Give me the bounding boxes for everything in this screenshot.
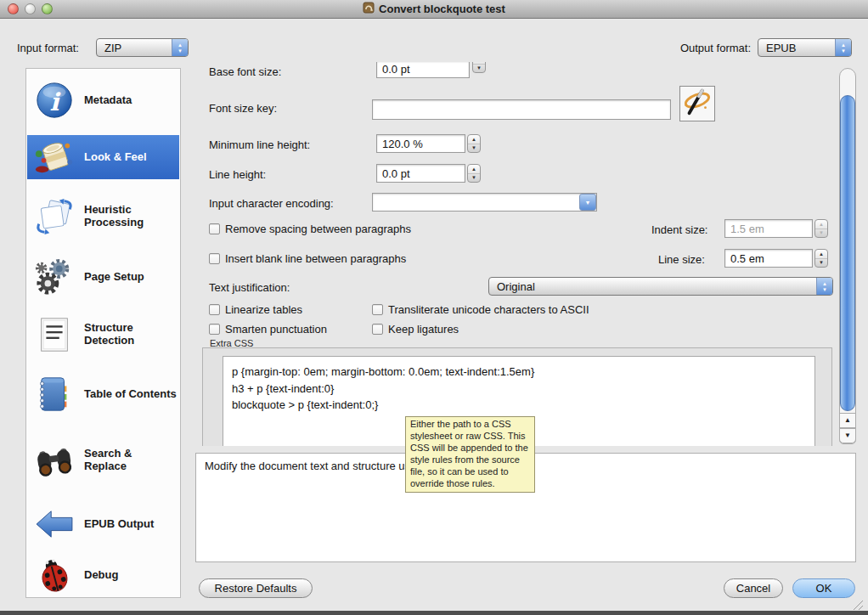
base-font-size-label: Base font size: bbox=[209, 65, 281, 78]
resize-grip-icon[interactable] bbox=[852, 599, 864, 614]
close-button[interactable] bbox=[8, 3, 19, 14]
linearize-tables-checkbox[interactable]: Linearize tables bbox=[209, 303, 302, 316]
sidebar-item-label: Page Setup bbox=[84, 271, 144, 284]
font-size-key-label: Font size key: bbox=[209, 102, 277, 115]
checkbox-icon bbox=[209, 223, 220, 234]
text-justification-value: Original bbox=[497, 280, 535, 293]
insert-blank-line-checkbox[interactable]: Insert blank line between paragraphs bbox=[209, 252, 406, 265]
minimum-line-height-label: Minimum line height: bbox=[209, 138, 310, 151]
sidebar-item-page-setup[interactable]: Page Setup bbox=[27, 251, 179, 303]
look-and-feel-panel: Base font size: ▲▼ Font size key: Minimu… bbox=[195, 62, 837, 446]
sidebar-item-label: EPUB Output bbox=[84, 518, 154, 531]
info-icon: i bbox=[31, 81, 77, 120]
smarten-punctuation-checkbox[interactable]: Smarten punctuation bbox=[209, 323, 327, 336]
indent-size-field bbox=[724, 219, 813, 238]
gears-icon bbox=[31, 257, 77, 296]
sidebar-item-structure-detection[interactable]: Structure Detection bbox=[27, 307, 179, 363]
popup-arrows-icon: ▲▼ bbox=[835, 39, 851, 56]
sidebar-item-label: Debug bbox=[84, 569, 118, 582]
sidebar-item-label: Table of Contents bbox=[84, 388, 177, 401]
extra-css-line: p {margin-top: 0em; margin-bottom: 0.0em… bbox=[232, 364, 806, 381]
line-height-field[interactable] bbox=[376, 164, 465, 183]
zoom-button[interactable] bbox=[42, 3, 53, 14]
line-height-label: Line height: bbox=[209, 168, 266, 181]
output-format-value: EPUB bbox=[766, 42, 796, 54]
transliterate-label: Transliterate unicode characters to ASCI… bbox=[388, 303, 589, 316]
sidebar-item-table-of-contents[interactable]: Table of Contents bbox=[27, 366, 179, 422]
input-format-select[interactable]: ZIP ▲▼ bbox=[96, 38, 189, 57]
window-title-text: Convert blockquote test bbox=[379, 3, 505, 15]
sidebar-item-label: Heuristic Processing bbox=[84, 204, 179, 229]
text-justification-label: Text justification: bbox=[209, 281, 290, 294]
insert-blank-line-label: Insert blank line between paragraphs bbox=[225, 252, 406, 265]
titlebar: Convert blockquote test bbox=[0, 0, 868, 19]
popup-arrows-icon: ▲▼ bbox=[172, 39, 188, 56]
sidebar-item-look-and-feel[interactable]: Look & Feel bbox=[27, 135, 179, 179]
cancel-button[interactable]: Cancel bbox=[724, 578, 783, 598]
scroll-down-arrow[interactable]: ▼ bbox=[839, 428, 856, 443]
remove-spacing-checkbox[interactable]: Remove spacing between paragraphs bbox=[209, 223, 411, 235]
notebook-icon bbox=[31, 375, 77, 414]
sidebar-item-search-and-replace[interactable]: Search & Replace bbox=[27, 427, 179, 494]
binoculars-icon bbox=[31, 441, 77, 480]
scroll-up-arrow[interactable]: ▲ bbox=[839, 413, 856, 428]
text-justification-select[interactable]: Original ▲▼ bbox=[488, 277, 833, 296]
ladybug-icon bbox=[31, 556, 77, 595]
input-character-encoding-combo[interactable]: ▼ bbox=[372, 193, 597, 212]
checkbox-icon bbox=[209, 304, 220, 315]
dropdown-arrow-icon[interactable]: ▼ bbox=[579, 194, 596, 211]
sidebar-item-heuristic-processing[interactable]: Heuristic Processing bbox=[27, 189, 179, 244]
line-size-label: Line size: bbox=[658, 253, 705, 266]
extra-css-line: h3 + p {text-indent:0} bbox=[232, 381, 806, 398]
indent-size-label: Indent size: bbox=[651, 223, 708, 236]
smarten-punctuation-label: Smarten punctuation bbox=[225, 323, 327, 336]
scrollbar-thumb[interactable] bbox=[840, 95, 855, 411]
pages-icon bbox=[31, 197, 77, 236]
checkbox-icon bbox=[209, 253, 220, 264]
restore-defaults-button[interactable]: Restore Defaults bbox=[199, 578, 313, 598]
line-size-stepper[interactable]: ▲▼ bbox=[814, 249, 828, 268]
output-format-select[interactable]: EPUB ▲▼ bbox=[758, 38, 852, 57]
tooltip-text: Either the path to a CSS stylesheet or r… bbox=[410, 419, 528, 488]
keep-ligatures-checkbox[interactable]: Keep ligatures bbox=[372, 323, 459, 336]
sidebar-item-epub-output[interactable]: EPUB Output bbox=[27, 500, 179, 548]
extra-css-tooltip: Either the path to a CSS stylesheet or r… bbox=[405, 416, 535, 493]
checkbox-icon bbox=[209, 324, 220, 335]
document-icon bbox=[31, 315, 77, 354]
linearize-tables-label: Linearize tables bbox=[225, 303, 302, 316]
category-sidebar: i Metadata Look & Feel Heuristic Process… bbox=[25, 68, 181, 598]
sidebar-item-label: Metadata bbox=[84, 94, 132, 107]
indent-size-stepper: ▲▼ bbox=[814, 219, 828, 238]
ok-button[interactable]: OK bbox=[792, 578, 855, 598]
magic-wand-icon bbox=[681, 86, 713, 121]
base-font-size-field[interactable] bbox=[376, 62, 470, 78]
line-size-field[interactable] bbox=[724, 249, 813, 268]
line-height-stepper[interactable]: ▲▼ bbox=[467, 164, 481, 183]
sidebar-item-label: Search & Replace bbox=[84, 448, 138, 473]
minimum-line-height-stepper[interactable]: ▲▼ bbox=[467, 134, 481, 153]
minimize-button[interactable] bbox=[25, 3, 36, 14]
input-character-encoding-field[interactable] bbox=[372, 193, 597, 212]
app-icon bbox=[363, 2, 375, 16]
convert-dialog-window: Convert blockquote test Input format: ZI… bbox=[0, 0, 868, 615]
output-format-label: Output format: bbox=[662, 42, 751, 54]
window-controls bbox=[8, 3, 53, 14]
base-font-size-stepper[interactable]: ▲▼ bbox=[472, 62, 486, 73]
checkbox-icon bbox=[372, 304, 383, 315]
sidebar-item-metadata[interactable]: i Metadata bbox=[27, 76, 179, 125]
sidebar-item-debug[interactable]: Debug bbox=[27, 551, 179, 599]
popup-arrows-icon: ▲▼ bbox=[816, 278, 832, 295]
sidebar-item-label: Look & Feel bbox=[84, 151, 147, 164]
font-size-key-field[interactable] bbox=[372, 99, 671, 120]
input-character-encoding-label: Input character encoding: bbox=[209, 197, 334, 210]
minimum-line-height-field[interactable] bbox=[376, 134, 465, 153]
left-arrow-icon bbox=[31, 508, 77, 540]
transliterate-checkbox[interactable]: Transliterate unicode characters to ASCI… bbox=[372, 303, 589, 316]
input-format-label: Input format: bbox=[17, 42, 79, 54]
sidebar-item-label: Structure Detection bbox=[84, 322, 179, 347]
window-title: Convert blockquote test bbox=[363, 2, 505, 16]
font-size-wizard-button[interactable] bbox=[679, 86, 715, 121]
extra-css-line: blockquote > p {text-indent:0;} bbox=[232, 397, 806, 414]
remove-spacing-label: Remove spacing between paragraphs bbox=[225, 223, 411, 235]
input-format-value: ZIP bbox=[104, 42, 121, 54]
